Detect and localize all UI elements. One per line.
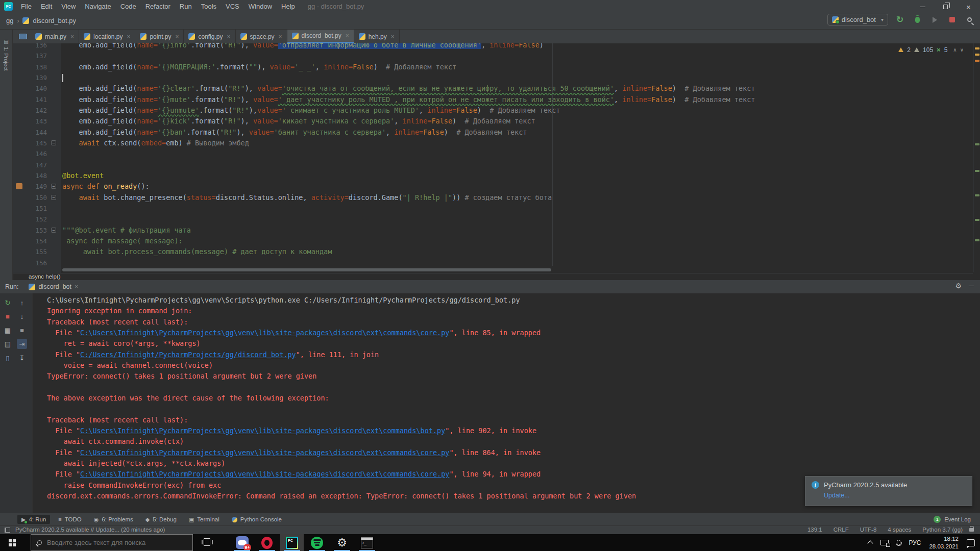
- status-encoding[interactable]: UTF-8: [860, 527, 877, 533]
- code-line[interactable]: emb.add_field(name='{}kick'.format("R!")…: [62, 116, 535, 127]
- stripe-mark[interactable]: [975, 47, 979, 49]
- fold-icon[interactable]: −: [51, 140, 56, 145]
- status-caret-position[interactable]: 139:1: [807, 527, 822, 533]
- line-number[interactable]: 136: [13, 43, 47, 51]
- error-stripe[interactable]: [973, 43, 980, 272]
- menu-item-run[interactable]: Run: [175, 1, 197, 12]
- toolwindow-6-problems[interactable]: ◉6: Problems: [90, 515, 137, 524]
- fold-icon[interactable]: −: [51, 195, 56, 200]
- menu-item-vcs[interactable]: VCS: [221, 1, 244, 12]
- layout-icon[interactable]: ▦: [3, 325, 13, 335]
- toolwindow-python-console[interactable]: Python Console: [228, 515, 286, 524]
- notification-center-icon[interactable]: [967, 539, 975, 546]
- tab-point.py[interactable]: point.py×: [135, 30, 184, 43]
- breadcrumb-file[interactable]: discord_bot.py: [33, 17, 76, 24]
- prev-next-chevrons-icon[interactable]: ∧∨: [953, 47, 967, 53]
- stripe-project[interactable]: ▤1: Project: [0, 35, 12, 70]
- menu-item-tools[interactable]: Tools: [197, 1, 221, 12]
- status-indent[interactable]: 4 spaces: [888, 527, 911, 533]
- soft-wrap-icon[interactable]: ⇥: [17, 339, 27, 349]
- line-number[interactable]: 154: [13, 236, 47, 246]
- menu-item-navigate[interactable]: Navigate: [80, 1, 115, 12]
- toolwindow-terminal[interactable]: ▣Terminal: [185, 515, 224, 524]
- line-number[interactable]: 145: [13, 138, 47, 148]
- stripe-mark[interactable]: [975, 54, 979, 56]
- code-editor[interactable]: 136137138139140141142143144145−146147148…: [13, 43, 980, 280]
- code-line[interactable]: emb.add_field(name='{}ban'.format("R!"),…: [62, 127, 527, 138]
- close-icon[interactable]: ×: [391, 33, 395, 40]
- line-number[interactable]: 139: [13, 72, 47, 83]
- rerun-icon[interactable]: ↻: [3, 297, 13, 308]
- language-indicator[interactable]: РУС: [909, 539, 921, 546]
- network-icon[interactable]: [880, 540, 889, 545]
- file-link[interactable]: C:\Users\Infinight\PycharmProjects\gg\ve…: [80, 427, 445, 435]
- line-number[interactable]: 143: [13, 116, 47, 127]
- taskbar-app-settings[interactable]: ⚙: [330, 534, 354, 551]
- stop-icon[interactable]: ■: [3, 311, 13, 321]
- status-message[interactable]: PyCharm 2020.2.5 available // Update... …: [15, 527, 165, 533]
- code-line[interactable]: [62, 72, 63, 83]
- clock[interactable]: 18:12 28.03.2021: [929, 535, 959, 550]
- line-number[interactable]: 138: [13, 62, 47, 72]
- code-line[interactable]: emb.add_field(name='{}clear'.format("R!"…: [62, 83, 755, 94]
- tab-space.py[interactable]: space.py×: [236, 30, 287, 43]
- tab-discord_bot.py[interactable]: discord_bot.py×: [287, 30, 354, 43]
- toolwindow-todo[interactable]: ≡TODO: [54, 515, 85, 524]
- taskbar-app-terminal[interactable]: [355, 534, 379, 551]
- close-icon[interactable]: ×: [75, 283, 78, 290]
- inspections-widget[interactable]: 2 105 × 5 ∧∨: [898, 46, 967, 54]
- menu-item-help[interactable]: Help: [277, 1, 300, 12]
- tray-chevron-up-icon[interactable]: [868, 540, 873, 546]
- stripe-mark[interactable]: [975, 60, 979, 62]
- code-line[interactable]: await bot.change_presence(status=discord…: [62, 192, 552, 203]
- menu-item-edit[interactable]: Edit: [36, 1, 57, 12]
- close-icon[interactable]: ×: [127, 33, 130, 40]
- up-stack-icon[interactable]: ↑: [17, 297, 27, 308]
- start-button[interactable]: [0, 534, 24, 551]
- toolwindow-5-debug[interactable]: ◆5: Debug: [141, 515, 181, 524]
- line-number[interactable]: 152: [13, 214, 47, 224]
- taskbar-search[interactable]: [31, 534, 193, 551]
- code-line[interactable]: async def massage( message):: [62, 236, 183, 246]
- line-number[interactable]: 156: [13, 258, 47, 268]
- taskbar-app-opera[interactable]: [255, 534, 279, 551]
- tool-window-toggle-icon[interactable]: [5, 528, 10, 533]
- down-stack-icon[interactable]: ↓: [17, 311, 27, 321]
- breadcrumb-project[interactable]: gg: [6, 17, 13, 24]
- run-config-select[interactable]: discord_bot ▾: [827, 14, 888, 26]
- run-tab[interactable]: discord_bot ×: [24, 282, 82, 292]
- tab-location.py[interactable]: location.py×: [79, 30, 135, 43]
- coverage-button[interactable]: [929, 14, 940, 26]
- code-line[interactable]: emb.add_field(name='{}info'.format("R!")…: [62, 43, 544, 51]
- rerun-button[interactable]: ↻: [894, 14, 905, 26]
- tab-config.py[interactable]: config.py×: [184, 30, 235, 43]
- taskbar-app-pycharm[interactable]: PC: [280, 534, 304, 551]
- minimize-button[interactable]: [911, 0, 934, 13]
- line-number[interactable]: 148: [13, 170, 47, 181]
- line-number[interactable]: 141: [13, 94, 47, 105]
- debug-button[interactable]: [912, 14, 923, 26]
- code-line[interactable]: emb.add_field(name='{}mute'.format("R!")…: [62, 94, 755, 105]
- stripe-mark[interactable]: [975, 170, 979, 172]
- search-everywhere-button[interactable]: [964, 14, 975, 26]
- menu-item-code[interactable]: Code: [116, 1, 141, 12]
- close-button[interactable]: ×: [957, 0, 980, 13]
- line-number[interactable]: 153: [13, 225, 47, 236]
- clear-all-icon[interactable]: ▯: [3, 353, 13, 363]
- status-line-ending[interactable]: CRLF: [834, 527, 849, 533]
- code-line[interactable]: emb.add_field(name='{}unmute'.format("R!…: [62, 105, 560, 116]
- tab-heh.py[interactable]: heh.py×: [354, 30, 400, 43]
- line-number[interactable]: 140: [13, 83, 47, 94]
- status-interpreter[interactable]: Python 3.7 (gg): [922, 527, 963, 533]
- task-view-button[interactable]: [202, 537, 213, 547]
- tab-main.py[interactable]: main.py×: [31, 30, 79, 43]
- menu-item-window[interactable]: Window: [244, 1, 277, 12]
- stripe-mark[interactable]: [975, 143, 979, 145]
- scroll-end-icon[interactable]: ↧: [17, 353, 27, 363]
- line-number[interactable]: 137: [13, 51, 47, 61]
- close-icon[interactable]: ×: [227, 33, 231, 40]
- code-line[interactable]: emb.add_field(name='{}МОДЕРАЦИЯ:'.format…: [62, 62, 456, 72]
- update-link[interactable]: Update...: [824, 492, 972, 499]
- menu-item-refactor[interactable]: Refactor: [141, 1, 175, 12]
- line-number[interactable]: 142: [13, 105, 47, 116]
